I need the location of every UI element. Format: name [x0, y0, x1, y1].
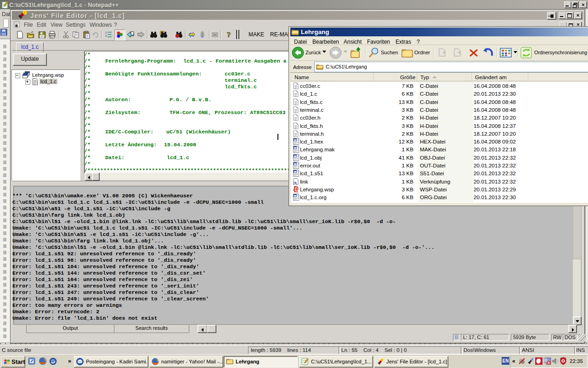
svg-text:2: 2: [105, 34, 107, 37]
svg-text:?: ?: [227, 30, 231, 39]
svg-text:1: 1: [105, 31, 107, 34]
